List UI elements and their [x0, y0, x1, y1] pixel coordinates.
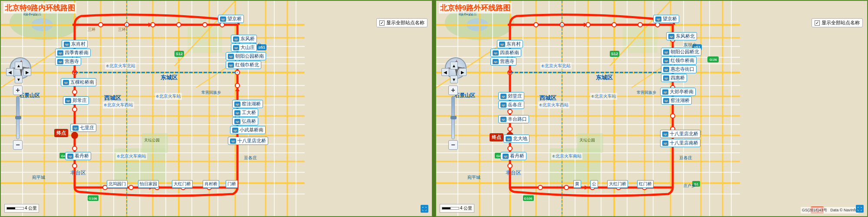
left-bottom-2: 怡日家园	[138, 180, 159, 188]
svg-point-68	[129, 185, 133, 190]
bus-icon-r7: 🚌	[234, 110, 240, 115]
bus-icon-r5: 🚌	[228, 62, 234, 68]
bus-icon-rrr2: 🚌	[668, 34, 674, 39]
bus-icon-rrr4: 🚌	[663, 58, 669, 63]
left-zoom-handle[interactable]	[15, 116, 21, 119]
svg-point-89	[71, 132, 78, 139]
bus-icon-rr8: 🚌	[503, 154, 509, 159]
bus-icon-rrr7: 🚌	[662, 89, 668, 95]
left-station-qilizhuan: 🚌 七里庄	[70, 124, 96, 132]
right-zoom-in-btn[interactable]: +	[448, 85, 458, 95]
station-rr-name-7: 北大地	[513, 135, 527, 142]
right-title-text: 北京特	[440, 4, 462, 12]
bus-icon-r3: 🚌	[233, 45, 239, 50]
left-zoom-in-btn[interactable]: +	[13, 85, 23, 95]
right-station-shibali-nan: 🚌 十八里店南桥	[660, 139, 700, 147]
bus-icon-r10: 🚌	[230, 138, 236, 144]
bus-icon-4: 🚌	[63, 80, 69, 85]
right-zoom-handle[interactable]	[450, 116, 457, 119]
bus-icon-2: 🚌	[57, 50, 63, 56]
station-rrr-name-7: 大郊亭桥南	[670, 89, 694, 95]
left-terminal-label: 终点	[54, 129, 68, 137]
left-show-all-checkbox[interactable]: ✓ 显示全部站点名称	[376, 18, 427, 27]
right-check-icon: ✓	[815, 20, 819, 25]
station-name-5: 郑常庄	[72, 97, 87, 104]
station-rr-name-6: 丰台路口	[508, 116, 527, 122]
right-nav-up-btn[interactable]: ▲	[450, 62, 458, 69]
svg-point-71	[72, 146, 77, 151]
right-zoom-slider[interactable]	[451, 96, 455, 139]
right-bjbeistation: ⊕北京火车北站	[540, 62, 572, 69]
right-region-changyinghz: 常营回族乡	[637, 90, 656, 95]
svg-text:S12: S12	[176, 52, 183, 56]
right-nav-down-btn[interactable]: ▼	[450, 76, 458, 83]
right-station-dongxiaocun: 🚌 东肖村	[497, 40, 523, 48]
right-station-sihui: 🚌 四惠桥	[661, 74, 687, 82]
right-station-jiaotangzhuang: 🚌 郊堂庄	[498, 92, 524, 100]
bus-icon-rrr10: 🚌	[662, 141, 668, 146]
left-xicheng: 西城区	[104, 94, 121, 102]
right-nav-right-btn[interactable]: ▶	[459, 68, 467, 76]
svg-point-173	[508, 164, 512, 168]
left-bjbeistation: ⊕北京火车北站	[105, 62, 136, 69]
left-road-sihuan: 三环	[118, 27, 126, 33]
left-station-dongfengqiao: 🚌 东风桥	[231, 35, 257, 43]
station-rrr-name-9: 十八里店北桥	[670, 131, 698, 137]
station-name-r9: 小武基桥南	[240, 127, 263, 133]
bus-icon-r1: 🚌	[220, 16, 226, 22]
right-zoom-out-btn[interactable]: −	[448, 140, 458, 150]
left-checkbox-box[interactable]: ✓	[379, 20, 385, 26]
left-nav-left-btn[interactable]: ◀	[6, 68, 14, 76]
right-gs-number: GS(2018)43号	[802, 208, 827, 212]
right-station-hongjinjin-nan: 🚌 红领巾桥南	[661, 56, 697, 65]
left-nav-down-btn[interactable]: ▼	[15, 76, 23, 83]
station-rrr-name-5: 惠忠寺街口	[671, 66, 694, 72]
station-name-r6: 窑洼湖桥	[242, 101, 261, 107]
left-nav-up-btn[interactable]: ▲	[15, 62, 23, 69]
right-station-yinghuisi-r: 🚌 营惠寺	[490, 57, 516, 66]
left-bottom-4: 肖村桥	[203, 180, 219, 188]
right-bottom-3: 大红门桥	[607, 180, 628, 188]
bus-icon-6: 🚌	[72, 125, 79, 131]
left-nav-right-btn[interactable]: ▶	[23, 68, 31, 76]
station-rr-name-5: 岳各庄	[508, 102, 522, 108]
main-container: S12 S51 G4 G106	[0, 0, 868, 217]
svg-text:S12: S12	[611, 52, 618, 56]
left-station-yinghuisi: 🚌 营惠寺	[55, 57, 81, 66]
right-show-all-checkbox[interactable]: ✓ 显示全部站点名称	[812, 18, 863, 27]
left-station-sijiqing: 🚌 四季青桥南	[55, 49, 91, 57]
right-station-kandanqiao-r: 🚌 看丹桥	[500, 152, 526, 160]
left-station-dashanzhuang: 🚌 大山庄	[231, 43, 257, 52]
right-bottom-1: 黄	[573, 180, 581, 188]
svg-point-51	[99, 23, 103, 27]
left-zoom-out-btn[interactable]: −	[13, 140, 23, 150]
left-bottom-5: 门桥	[226, 180, 238, 188]
right-fullscreen-btn[interactable]: ⛶	[856, 205, 864, 213]
left-scale-bar: 4 公里	[4, 204, 39, 213]
left-fullscreen-btn[interactable]: ⛶	[421, 205, 428, 213]
right-checkbox-box[interactable]: ✓	[815, 20, 820, 26]
left-zoom-slider[interactable]	[16, 96, 20, 139]
left-bjsouthstation: ⊕北京火车南站	[116, 153, 147, 160]
station-name-4: 五棵松桥南	[70, 79, 94, 85]
right-attribution: GS(2018)43号 Data © NavInfo	[801, 207, 858, 214]
left-map-panel: S12 S51 G4 G106	[0, 0, 433, 217]
bus-icon-rr6: 🚌	[500, 117, 506, 122]
right-map-title: 北京特9路外环线路图	[439, 3, 512, 13]
right-bjstation: ⊕北京火车站	[590, 93, 617, 100]
svg-rect-3	[187, 27, 222, 53]
bus-icon-rr4: 🚌	[500, 94, 506, 99]
right-terminal-label: 终点	[490, 133, 503, 141]
svg-rect-105	[623, 27, 658, 53]
station-name-2: 四季青桥南	[65, 49, 89, 56]
bus-icon-rrr3: 🚌	[663, 49, 669, 55]
station-rrr-name-10: 十八里店南桥	[670, 140, 698, 146]
station-rrr-name-6: 四惠桥	[671, 75, 685, 81]
right-station-yuegezhuang: 🚌 岳各庄	[498, 101, 524, 109]
right-scale-bar: 4 公里	[440, 204, 474, 213]
right-dongcheng: 东城区	[596, 74, 613, 82]
station-name-r1: 望京桥	[227, 16, 242, 22]
svg-point-172	[538, 185, 542, 190]
bus-icon-1: 🚌	[64, 42, 70, 47]
right-nav-left-btn[interactable]: ◀	[441, 68, 449, 76]
